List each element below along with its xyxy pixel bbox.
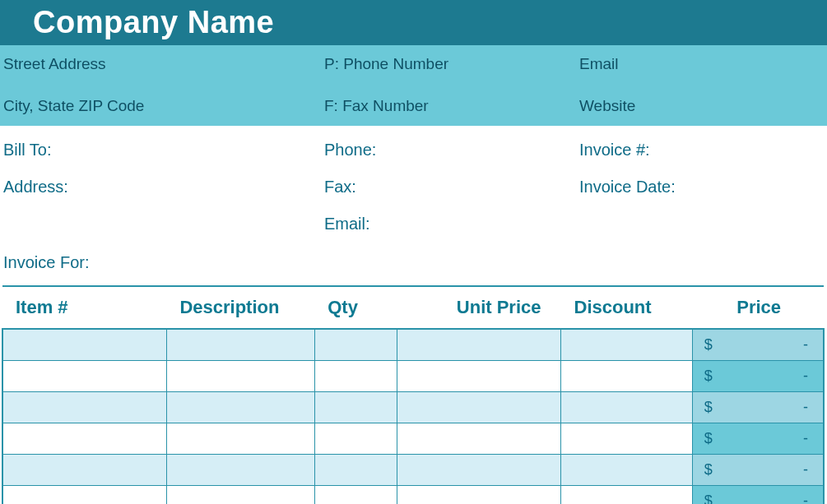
currency-symbol: $ (704, 368, 713, 385)
cell-description[interactable] (166, 391, 314, 423)
price-value: - (803, 430, 808, 447)
price-value: - (803, 492, 808, 505)
cell-unit-price[interactable] (397, 423, 560, 454)
cell-discount[interactable] (561, 329, 693, 360)
price-value: - (803, 336, 808, 354)
invoice-num-label: Invoice #: (579, 141, 827, 160)
table-row: $ - (2, 391, 824, 423)
company-web-col: Email Website (579, 55, 827, 116)
cell-price: $ - (692, 329, 824, 360)
cell-price: $ - (692, 391, 824, 423)
items-table: Item # Description Qty Unit Price Discou… (2, 285, 825, 504)
cell-price: $ - (692, 360, 824, 391)
city-state-zip: City, State ZIP Code (3, 97, 308, 116)
address-label: Address: (3, 178, 324, 197)
header-discount: Discount (561, 286, 693, 329)
header-price: Price (692, 286, 824, 329)
price-value: - (803, 368, 808, 385)
table-row: $ - (2, 329, 824, 360)
cell-unit-price[interactable] (397, 454, 560, 485)
company-phone-col: P: Phone Number F: Fax Number (324, 55, 579, 116)
table-header-row: Item # Description Qty Unit Price Discou… (2, 286, 824, 329)
bill-col-3: Invoice #: Invoice Date: (579, 141, 827, 234)
currency-symbol: $ (704, 399, 713, 416)
cell-discount[interactable] (561, 454, 693, 485)
currency-symbol: $ (704, 430, 713, 447)
cell-unit-price[interactable] (397, 360, 560, 391)
cell-discount[interactable] (561, 360, 693, 391)
table-row: $ - (2, 360, 824, 391)
phone-label: Phone: (324, 141, 579, 160)
cell-unit-price[interactable] (397, 329, 560, 360)
cell-description[interactable] (166, 485, 314, 504)
cell-item[interactable] (2, 423, 166, 454)
cell-qty[interactable] (314, 454, 397, 485)
currency-symbol: $ (704, 461, 713, 479)
cell-qty[interactable] (314, 485, 397, 504)
header-qty: Qty (314, 286, 397, 329)
header-description: Description (166, 286, 314, 329)
company-website: Website (579, 97, 811, 116)
cell-discount[interactable] (561, 391, 693, 423)
cell-qty[interactable] (314, 391, 397, 423)
company-info-section: Street Address City, State ZIP Code P: P… (0, 45, 827, 126)
cell-discount[interactable] (561, 485, 693, 504)
cell-item[interactable] (2, 485, 166, 504)
invoice-for-label: Invoice For: (0, 242, 827, 280)
table-body: $ - $ - $ - (2, 329, 824, 504)
cell-unit-price[interactable] (397, 391, 560, 423)
cell-description[interactable] (166, 329, 314, 360)
cell-description[interactable] (166, 454, 314, 485)
email-label: Email: (324, 215, 579, 234)
table-row: $ - (2, 454, 824, 485)
bill-to-label: Bill To: (3, 141, 324, 160)
bill-section: Bill To: Address: Phone: Fax: Email: Inv… (0, 126, 827, 242)
street-address: Street Address (3, 55, 308, 74)
price-value: - (803, 461, 808, 479)
company-address-col: Street Address City, State ZIP Code (3, 55, 324, 116)
fax-label: Fax: (324, 178, 579, 197)
cell-item[interactable] (2, 391, 166, 423)
cell-qty[interactable] (314, 329, 397, 360)
currency-symbol: $ (704, 336, 713, 354)
cell-qty[interactable] (314, 360, 397, 391)
bill-col-2: Phone: Fax: Email: (324, 141, 579, 234)
title-bar: Company Name (0, 0, 827, 45)
cell-item[interactable] (2, 329, 166, 360)
invoice-date-label: Invoice Date: (579, 178, 827, 197)
cell-price: $ - (692, 485, 824, 504)
company-fax: F: Fax Number (324, 97, 563, 116)
company-email: Email (579, 55, 811, 74)
cell-item[interactable] (2, 360, 166, 391)
header-item: Item # (2, 286, 166, 329)
cell-unit-price[interactable] (397, 485, 560, 504)
header-unit-price: Unit Price (397, 286, 560, 329)
company-phone: P: Phone Number (324, 55, 563, 74)
cell-description[interactable] (166, 423, 314, 454)
cell-price: $ - (692, 454, 824, 485)
cell-price: $ - (692, 423, 824, 454)
company-name: Company Name (33, 5, 274, 40)
table-row: $ - (2, 485, 824, 504)
cell-item[interactable] (2, 454, 166, 485)
currency-symbol: $ (704, 492, 713, 505)
cell-discount[interactable] (561, 423, 693, 454)
cell-description[interactable] (166, 360, 314, 391)
bill-col-1: Bill To: Address: (3, 141, 324, 234)
price-value: - (803, 399, 808, 416)
cell-qty[interactable] (314, 423, 397, 454)
table-row: $ - (2, 423, 824, 454)
